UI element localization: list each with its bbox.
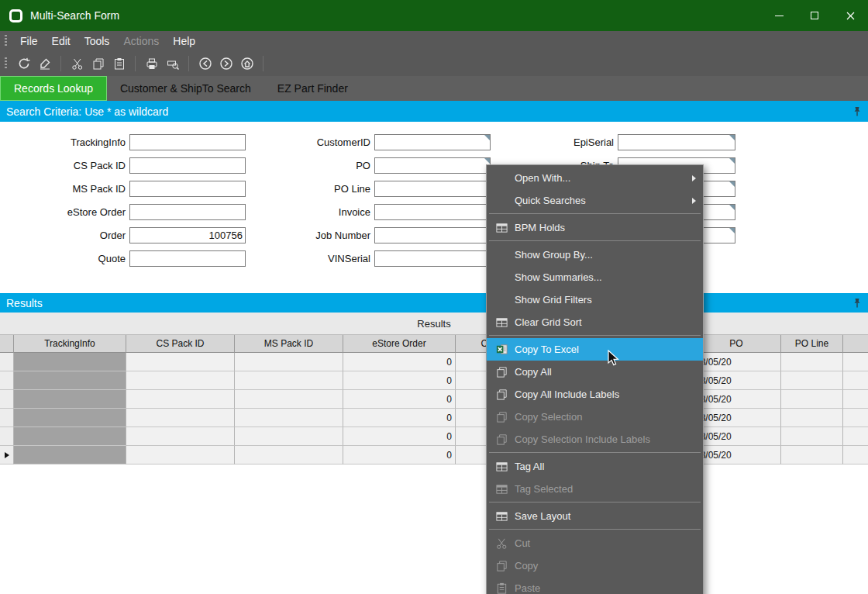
row-selector-cell[interactable] — [0, 409, 14, 427]
invoice-input[interactable] — [374, 204, 491, 220]
table-row[interactable]: 0 08/05/20 — [0, 390, 868, 409]
cell-trackinginfo[interactable] — [14, 390, 126, 409]
cell-partial[interactable] — [843, 353, 868, 371]
context-menu-item-bpm-holds[interactable]: BPM Holds — [487, 216, 703, 239]
vinserial-input[interactable] — [374, 250, 491, 267]
cell-estore-order[interactable]: 0 — [343, 446, 456, 464]
row-selector-cell[interactable] — [0, 427, 14, 446]
cell-trackinginfo[interactable] — [14, 446, 126, 464]
grid-header-selector[interactable] — [0, 335, 14, 353]
cell-po[interactable]: 08/05/20 — [692, 446, 781, 464]
table-row[interactable]: 0 08/05/20 — [0, 353, 868, 371]
episerial-input[interactable] — [618, 134, 735, 150]
context-menu-item-show-grid-filters[interactable]: Show Grid Filters — [487, 288, 703, 311]
estore-order-input[interactable] — [129, 204, 246, 220]
table-row[interactable]: 0 08/05/20 — [0, 409, 868, 427]
print-button[interactable] — [141, 54, 162, 73]
cell-po-line[interactable] — [781, 390, 843, 409]
cell-cs-pack-id[interactable] — [126, 427, 235, 446]
po-line-input[interactable] — [374, 181, 491, 197]
grid-header-ms-pack-id[interactable]: MS Pack ID — [235, 335, 343, 353]
cell-ms-pack-id[interactable] — [235, 427, 343, 446]
grid-header-po-line[interactable]: PO Line — [781, 335, 843, 353]
cell-ms-pack-id[interactable] — [235, 390, 343, 409]
quote-input[interactable] — [129, 250, 246, 267]
cell-po[interactable]: 08/05/20 — [692, 371, 781, 390]
cell-estore-order[interactable]: 0 — [343, 409, 456, 427]
cell-ms-pack-id[interactable] — [235, 353, 343, 371]
cell-ms-pack-id[interactable] — [235, 446, 343, 464]
row-selector-cell[interactable] — [0, 353, 14, 371]
toolbar-grip[interactable] — [5, 57, 7, 70]
tab-customer-shipto-search[interactable]: Customer & ShipTo Search — [107, 76, 264, 101]
menu-file[interactable]: File — [13, 33, 45, 50]
menu-help[interactable]: Help — [166, 33, 202, 50]
home-button[interactable] — [236, 54, 257, 73]
cell-estore-order[interactable]: 0 — [343, 427, 456, 446]
copy-button[interactable] — [88, 54, 108, 73]
cell-po[interactable]: 08/05/20 — [692, 427, 781, 446]
cell-cs-pack-id[interactable] — [126, 409, 235, 427]
ms-pack-id-input[interactable] — [129, 181, 246, 197]
context-menu-item-save-layout[interactable]: Save Layout — [487, 505, 703, 527]
context-menu-item-tag-all[interactable]: Tag All — [487, 455, 703, 478]
cell-trackinginfo[interactable] — [14, 427, 126, 446]
cell-po-line[interactable] — [781, 427, 843, 446]
close-button[interactable] — [832, 0, 868, 31]
cell-cs-pack-id[interactable] — [126, 446, 235, 464]
table-row[interactable]: 0 08/05/20 — [0, 371, 868, 390]
nav-back-button[interactable] — [195, 54, 215, 73]
pin-button[interactable] — [852, 106, 862, 117]
cell-trackinginfo[interactable] — [14, 353, 126, 371]
cell-cs-pack-id[interactable] — [126, 371, 235, 390]
cell-ms-pack-id[interactable] — [235, 409, 343, 427]
minimize-button[interactable] — [761, 0, 797, 31]
grid-header-po[interactable]: PO — [692, 335, 781, 353]
cs-pack-id-input[interactable] — [129, 157, 246, 174]
job-number-input[interactable] — [374, 227, 491, 243]
cell-estore-order[interactable]: 0 — [343, 353, 456, 371]
context-menu-item-clear-grid-sort[interactable]: Clear Grid Sort — [487, 311, 703, 333]
context-menu-item-copy-to-excel[interactable]: Copy To Excel — [487, 338, 703, 361]
print-preview-button[interactable] — [162, 54, 183, 73]
cell-partial[interactable] — [843, 409, 868, 427]
grid-header-estore-order[interactable]: eStore Order — [343, 335, 456, 353]
menu-edit[interactable]: Edit — [45, 33, 78, 50]
cell-ms-pack-id[interactable] — [235, 371, 343, 390]
context-menu-item-open-with[interactable]: Open With... — [487, 167, 703, 189]
tab-records-lookup[interactable]: Records Lookup — [0, 76, 107, 101]
tab-ez-part-finder[interactable]: EZ Part Finder — [264, 76, 361, 101]
row-selector-cell[interactable] — [0, 390, 14, 409]
cell-po[interactable]: 08/05/20 — [692, 353, 781, 371]
cell-po[interactable]: 08/05/20 — [692, 409, 781, 427]
trackinginfo-input[interactable] — [129, 134, 246, 150]
cell-partial[interactable] — [843, 390, 868, 409]
cell-partial[interactable] — [843, 371, 868, 390]
customerid-input[interactable] — [374, 134, 491, 150]
context-menu-item-quick-searches[interactable]: Quick Searches — [487, 189, 703, 212]
context-menu-item-show-summaries[interactable]: Show Summaries... — [487, 266, 703, 288]
order-input[interactable] — [129, 227, 246, 243]
table-row-current[interactable]: 0 08/05/20 — [0, 446, 868, 464]
cell-po-line[interactable] — [781, 371, 843, 390]
clear-button[interactable] — [34, 54, 55, 73]
row-selector-cell[interactable] — [0, 371, 14, 390]
cell-po-line[interactable] — [781, 409, 843, 427]
paste-button[interactable] — [108, 54, 129, 73]
cell-po-line[interactable] — [781, 353, 843, 371]
po-input[interactable] — [374, 157, 491, 174]
context-menu-item-copy-all-include-labels[interactable]: Copy All Include Labels — [487, 383, 703, 406]
table-row[interactable]: 0 08/05/20 — [0, 427, 868, 446]
menubar-grip[interactable] — [5, 35, 7, 47]
grid-header-trackinginfo[interactable]: TrackingInfo — [14, 335, 126, 353]
cell-trackinginfo[interactable] — [14, 371, 126, 390]
nav-forward-button[interactable] — [215, 54, 236, 73]
grid-header-cs-pack-id[interactable]: CS Pack ID — [126, 335, 235, 353]
row-selector-cell[interactable] — [0, 446, 14, 464]
refresh-button[interactable] — [13, 54, 34, 73]
cell-partial[interactable] — [843, 446, 868, 464]
context-menu-item-copy-all[interactable]: Copy All — [487, 361, 703, 383]
pin-button[interactable] — [852, 298, 862, 309]
grid-header-partial[interactable] — [843, 335, 868, 353]
cell-partial[interactable] — [843, 427, 868, 446]
